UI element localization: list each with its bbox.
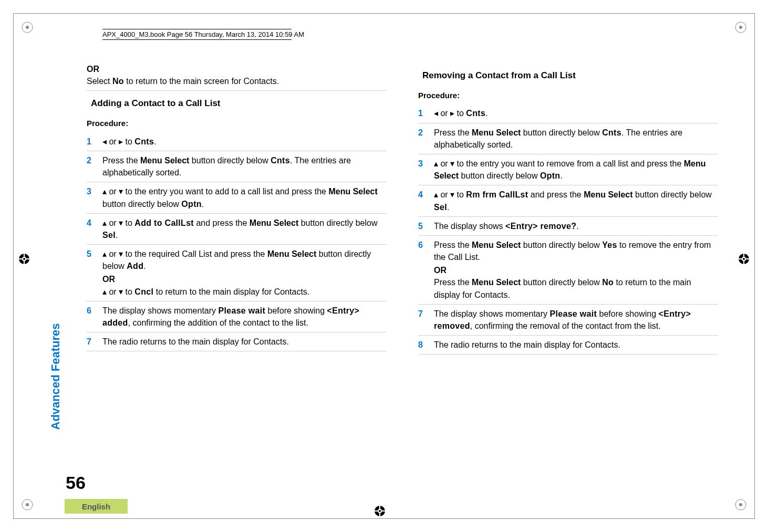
list-item: 4▴ or ▾ to Rm frm CallLst and press the …	[418, 185, 718, 216]
list-item: 8The radio returns to the main display f…	[418, 336, 718, 354]
procedure-label: Procedure:	[418, 90, 718, 101]
section-header: Adding a Contact to a Call List	[87, 97, 387, 113]
book-header-text: APX_4000_M3.book Page 56 Thursday, March…	[102, 30, 304, 38]
side-tab-label: Advanced Features	[49, 324, 63, 430]
procedure-label: Procedure:	[87, 118, 387, 129]
svg-point-22	[379, 510, 381, 512]
list-item: 7The display shows momentary Please wait…	[418, 305, 718, 336]
registration-mark-icon	[734, 21, 747, 34]
list-item: 6The display shows momentary Please wait…	[87, 301, 387, 332]
section-header: Removing a Contact from a Call List	[418, 69, 718, 86]
crosshair-icon	[17, 252, 31, 268]
content-area: Advanced Features 56 English OR Select N…	[50, 63, 718, 485]
list-item: 6 Press the Menu Select button directly …	[418, 236, 718, 305]
registration-mark-icon	[21, 21, 34, 34]
top-or-line: Select No to return to the main screen f…	[87, 75, 387, 87]
svg-point-3	[739, 26, 742, 29]
registration-mark-icon	[734, 498, 747, 511]
svg-point-7	[739, 503, 742, 506]
book-header: APX_4000_M3.book Page 56 Thursday, March…	[102, 29, 304, 41]
svg-point-1	[26, 26, 29, 29]
list-item: 3▴ or ▾ to the entry you want to add to …	[87, 182, 387, 213]
svg-point-12	[23, 258, 25, 260]
or-label: OR	[102, 273, 387, 285]
side-tab: Advanced Features	[47, 236, 65, 383]
list-item: 4▴ or ▾ to Add to CallLst and press the …	[87, 214, 387, 245]
steps-list: 1◂ or ▸ to Cnts. 2Press the Menu Select …	[418, 104, 718, 354]
crosshair-icon	[737, 252, 751, 268]
svg-point-17	[743, 258, 745, 260]
steps-list: 1◂ or ▸ to Cnts. 2Press the Menu Select …	[87, 132, 387, 352]
left-column: OR Select No to return to the main scree…	[87, 63, 387, 354]
list-item: 7The radio returns to the main display f…	[87, 332, 387, 351]
list-item: 3▴ or ▾ to the entry you want to remove …	[418, 154, 718, 185]
list-item: 1◂ or ▸ to Cnts.	[418, 104, 718, 123]
section-title: Removing a Contact from a Call List	[422, 69, 576, 82]
or-label: OR	[87, 63, 387, 75]
list-item: 2Press the Menu Select button directly b…	[418, 123, 718, 154]
crosshair-icon	[373, 504, 387, 520]
list-item: 2Press the Menu Select button directly b…	[87, 151, 387, 182]
section-title: Adding a Contact to a Call List	[91, 97, 221, 110]
language-label: English	[65, 499, 128, 514]
registration-mark-icon	[21, 498, 34, 511]
page-number: 56	[66, 473, 86, 493]
svg-point-5	[26, 503, 29, 506]
list-item: 5The display shows <Entry> remove?.	[418, 217, 718, 236]
list-item: 1◂ or ▸ to Cnts.	[87, 132, 387, 151]
or-label: OR	[434, 264, 718, 276]
list-item: 5 ▴ or ▾ to the required Call List and p…	[87, 245, 387, 301]
right-column: Removing a Contact from a Call List Proc…	[418, 63, 718, 354]
